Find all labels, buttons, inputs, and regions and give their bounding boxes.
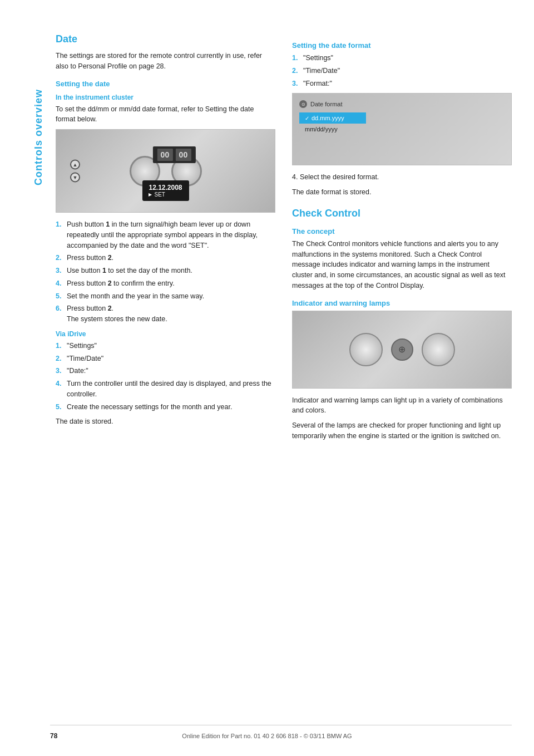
step-num: 1. bbox=[292, 53, 300, 63]
df-title-bar: ⊙ Date format bbox=[299, 100, 342, 108]
page-container: Controls overview Date The settings are … bbox=[0, 0, 534, 756]
warning-lamps-desc1: Indicator and warning lamps can light up… bbox=[292, 395, 512, 416]
step-num: 2. bbox=[292, 66, 300, 76]
df-option-1: dd.mm.yyyy bbox=[299, 112, 366, 124]
warn-gauge-left bbox=[349, 333, 383, 366]
step-num: 3. bbox=[292, 78, 300, 89]
step-num: 4. bbox=[56, 278, 63, 289]
list-item: 3. "Date:" bbox=[56, 366, 275, 376]
step-text: Create the necessary settings for the mo… bbox=[67, 402, 232, 413]
step-num: 2. bbox=[56, 354, 63, 364]
setting-date-subtitle: Setting the date bbox=[56, 80, 275, 88]
up-arrow-icon: ▲ bbox=[70, 160, 80, 170]
list-item: 2. "Time/Date" bbox=[292, 66, 512, 76]
cluster-graphic: ▲ ▼ 00 00 12.12.2008 bbox=[56, 130, 275, 212]
date-stored-text: The date is stored. bbox=[56, 416, 275, 427]
df-window-title: Date format bbox=[310, 101, 342, 107]
step-text: Press button 2. bbox=[67, 253, 113, 263]
step-text: Press button 2 to confirm the entry. bbox=[67, 278, 175, 289]
footer-line: 78 Online Edition for Part no. 01 40 2 6… bbox=[0, 733, 534, 739]
step-num: 3. bbox=[56, 266, 63, 276]
date-intro-text: The settings are stored for the remote c… bbox=[56, 51, 275, 72]
warn-gauge-right bbox=[422, 333, 455, 366]
concept-subtitle: The concept bbox=[292, 227, 512, 235]
display-segment-2: 00 bbox=[175, 149, 191, 161]
step-text: "Time/Date" bbox=[67, 354, 103, 364]
cluster-arrow-buttons: ▲ ▼ bbox=[70, 160, 80, 183]
step-text: "Time/Date" bbox=[303, 66, 340, 76]
warning-graphic: ⊕ bbox=[293, 311, 511, 388]
step-text: "Date:" bbox=[67, 366, 88, 376]
step-text: "Settings" bbox=[303, 53, 333, 63]
date-section-title: Date bbox=[56, 33, 275, 45]
step-text: Turn the controller until the desired da… bbox=[67, 379, 275, 400]
warning-lamps-diagram: ⊕ bbox=[292, 311, 512, 389]
step4-text: 4. Select the desired format. bbox=[292, 172, 512, 183]
warn-center-icon: ⊕ bbox=[391, 338, 413, 361]
list-item: 6. Press button 2.The system stores the … bbox=[56, 303, 275, 325]
left-column: Date The settings are stored for the rem… bbox=[56, 33, 275, 723]
df-option-2-text: mm/dd/yyyy bbox=[305, 126, 338, 132]
instrument-cluster-desc: To set the dd/mm or mm/dd date format, r… bbox=[56, 104, 275, 125]
list-item: 2. Press button 2. bbox=[56, 253, 275, 263]
list-item: 3. "Format:" bbox=[292, 78, 512, 89]
date-format-icon: ⊙ bbox=[299, 100, 307, 108]
list-item: 1. "Settings" bbox=[56, 341, 275, 351]
cluster-display-box: 00 00 bbox=[152, 146, 195, 163]
step-num: 1. bbox=[56, 219, 63, 251]
page-number: 78 bbox=[50, 732, 57, 740]
df-option-2: mm/dd/yyyy bbox=[299, 124, 366, 135]
step-num: 1. bbox=[56, 341, 63, 351]
footer-text: Online Edition for Part no. 01 40 2 606 … bbox=[182, 733, 352, 739]
via-idrive-subtitle: Via iDrive bbox=[56, 330, 275, 338]
page-footer: 78 Online Edition for Part no. 01 40 2 6… bbox=[0, 733, 534, 739]
down-arrow-icon: ▼ bbox=[70, 173, 80, 183]
format-steps-list: 1. "Settings" 2. "Time/Date" 3. "Format:… bbox=[292, 53, 512, 89]
list-item: 4. Turn the controller until the desired… bbox=[56, 379, 275, 400]
list-item: 5. Set the month and the year in the sam… bbox=[56, 291, 275, 302]
list-item: 1. Push button 1 in the turn signal/high… bbox=[56, 219, 275, 251]
setting-date-format-title: Setting the date format bbox=[292, 41, 512, 50]
list-item: 4. Press button 2 to confirm the entry. bbox=[56, 278, 275, 289]
step-num: 4. bbox=[56, 379, 63, 400]
step-text: Set the month and the year in the same w… bbox=[67, 291, 204, 302]
list-item: 1. "Settings" bbox=[292, 53, 512, 63]
cluster-set-text: SET bbox=[149, 192, 182, 198]
format-stored-text: The date format is stored. bbox=[292, 187, 512, 198]
date-format-graphic: ⊙ Date format dd.mm.yyyy mm/dd/yyyy bbox=[293, 94, 511, 165]
display-segment-1: 00 bbox=[157, 149, 172, 161]
instrument-cluster-diagram: ▲ ▼ 00 00 12.12.2008 bbox=[56, 129, 275, 213]
right-column: Setting the date format 1. "Settings" 2.… bbox=[292, 33, 512, 723]
step-num: 5. bbox=[56, 402, 63, 413]
check-control-title: Check Control bbox=[292, 208, 512, 219]
df-option-1-text: dd.mm.yyyy bbox=[312, 115, 344, 121]
step-text: Press button 2.The system stores the new… bbox=[67, 303, 167, 325]
step-num: 3. bbox=[56, 366, 63, 376]
step-text: "Settings" bbox=[67, 341, 97, 351]
main-content: Date The settings are stored for the rem… bbox=[50, 0, 534, 756]
date-format-diagram: ⊙ Date format dd.mm.yyyy mm/dd/yyyy bbox=[292, 93, 512, 165]
step-num: 2. bbox=[56, 253, 63, 263]
instrument-steps-list: 1. Push button 1 in the turn signal/high… bbox=[56, 219, 275, 325]
cluster-date-display: 12.12.2008 SET bbox=[142, 180, 189, 201]
cluster-date-text: 12.12.2008 bbox=[149, 184, 182, 192]
list-item: 5. Create the necessary settings for the… bbox=[56, 402, 275, 413]
step-num: 6. bbox=[56, 303, 63, 325]
list-item: 2. "Time/Date" bbox=[56, 354, 275, 364]
step-text: "Format:" bbox=[303, 78, 332, 89]
idrive-steps-list: 1. "Settings" 2. "Time/Date" 3. "Date:" … bbox=[56, 341, 275, 413]
step-num: 5. bbox=[56, 291, 63, 302]
instrument-cluster-subtitle: In the instrument cluster bbox=[56, 94, 275, 101]
warning-lamps-desc2: Several of the lamps are checked for pro… bbox=[292, 420, 512, 441]
indicator-warning-subtitle: Indicator and warning lamps bbox=[292, 299, 512, 307]
sidebar: Controls overview bbox=[0, 0, 50, 756]
list-item: 3. Use button 1 to set the day of the mo… bbox=[56, 266, 275, 276]
footer-border bbox=[50, 725, 512, 725]
concept-text: The Check Control monitors vehicle funct… bbox=[292, 239, 512, 291]
step-text: Push button 1 in the turn signal/high be… bbox=[67, 219, 275, 251]
sidebar-label: Controls overview bbox=[33, 89, 44, 185]
step-text: Use button 1 to set the day of the month… bbox=[67, 266, 192, 276]
